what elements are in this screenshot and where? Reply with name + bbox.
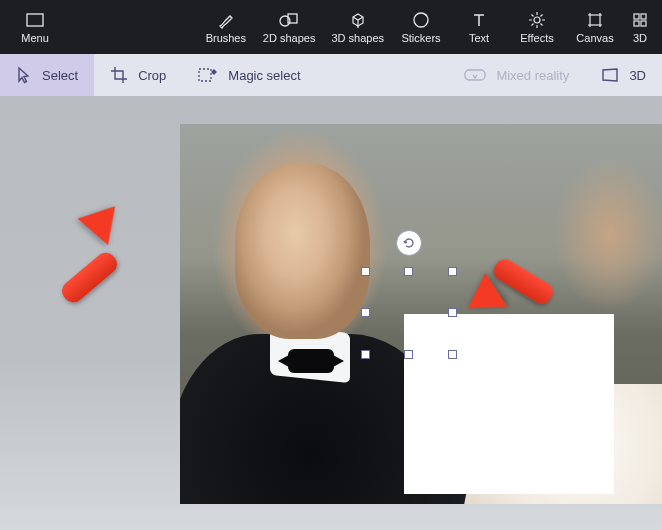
effects-icon (528, 11, 546, 29)
shapes-3d-icon (349, 11, 367, 29)
resize-handle-bot-mid[interactable] (404, 350, 413, 359)
perspective-icon (601, 67, 619, 83)
select-label: Select (42, 68, 78, 83)
resize-handle-mid-right[interactable] (448, 308, 457, 317)
selection-box[interactable] (366, 272, 452, 354)
crop-label: Crop (138, 68, 166, 83)
resize-handle-top-mid[interactable] (404, 267, 413, 276)
tab-3d-library[interactable]: 3D (626, 7, 654, 48)
tab-label: Stickers (401, 32, 440, 44)
tab-label: Brushes (206, 32, 246, 44)
tab-brushes[interactable]: Brushes (199, 7, 253, 48)
stickers-icon (412, 11, 430, 29)
crop-icon (110, 66, 128, 84)
canvas-icon (586, 11, 604, 29)
3d-view-label: 3D (629, 68, 646, 83)
svg-rect-0 (27, 14, 43, 26)
svg-rect-8 (634, 21, 639, 26)
rotation-handle[interactable] (396, 230, 422, 256)
tab-3d-shapes[interactable]: 3D shapes (325, 7, 390, 48)
resize-handle-mid-left[interactable] (361, 308, 370, 317)
tab-2d-shapes[interactable]: 2D shapes (257, 7, 322, 48)
tab-stickers[interactable]: Stickers (394, 7, 448, 48)
brush-icon (217, 11, 235, 29)
select-tool[interactable]: Select (0, 54, 94, 96)
shapes-2d-icon (279, 11, 299, 29)
menu-label: Menu (21, 32, 49, 44)
mixed-reality-tool: Mixed reality (448, 54, 585, 96)
svg-rect-10 (199, 69, 211, 81)
svg-rect-9 (641, 21, 646, 26)
sub-toolbar: Select Crop Magic select Mixed reality 3… (0, 54, 662, 96)
magic-select-label: Magic select (228, 68, 300, 83)
tab-label: 3D (633, 32, 647, 44)
canvas-workspace[interactable] (0, 96, 662, 530)
resize-handle-top-left[interactable] (361, 267, 370, 276)
tab-label: Text (469, 32, 489, 44)
resize-handle-bot-right[interactable] (448, 350, 457, 359)
tab-label: 2D shapes (263, 32, 316, 44)
menu-button[interactable]: Menu (8, 7, 62, 48)
svg-rect-7 (641, 14, 646, 19)
crop-tool[interactable]: Crop (94, 54, 182, 96)
menu-icon (26, 11, 44, 29)
tab-canvas[interactable]: Canvas (568, 7, 622, 48)
tab-label: Effects (520, 32, 553, 44)
resize-handle-bot-left[interactable] (361, 350, 370, 359)
svg-rect-5 (590, 15, 600, 25)
tab-label: 3D shapes (331, 32, 384, 44)
tab-effects[interactable]: Effects (510, 7, 564, 48)
cursor-icon (16, 66, 32, 84)
mixed-reality-label: Mixed reality (496, 68, 569, 83)
top-toolbar: Menu Brushes 2D shapes 3D shapes Sticker (0, 0, 662, 54)
resize-handle-top-right[interactable] (448, 267, 457, 276)
tab-label: Canvas (576, 32, 613, 44)
svg-point-4 (534, 17, 540, 23)
3d-view-tool[interactable]: 3D (585, 54, 662, 96)
library-icon (632, 11, 648, 29)
text-icon (471, 11, 487, 29)
tab-text[interactable]: Text (452, 7, 506, 48)
svg-rect-6 (634, 14, 639, 19)
magic-select-tool[interactable]: Magic select (182, 54, 316, 96)
magic-select-icon (198, 67, 218, 83)
mixed-reality-icon (464, 68, 486, 82)
